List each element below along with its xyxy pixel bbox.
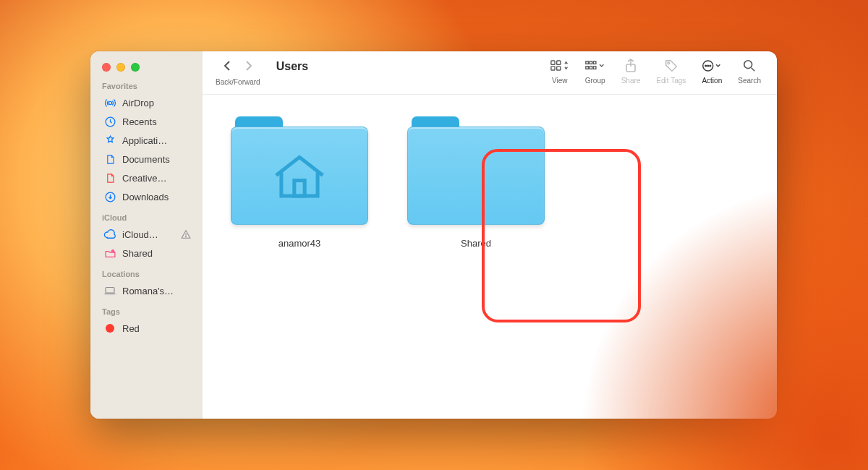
sidebar-section-tags: Tags [102,307,195,316]
svg-rect-14 [590,67,592,69]
toolbar: Back/Forward Users View Group Share Edit… [203,51,777,95]
document-icon [103,171,116,184]
sidebar-section-favorites: Favorites [102,82,195,90]
sidebar-item-documents[interactable]: Documents [101,150,195,168]
laptop-icon [103,284,116,297]
nav-group: Back/Forward [216,59,260,86]
folder-icon [231,116,368,225]
svg-rect-7 [556,61,560,64]
sidebar-item-airdrop[interactable]: AirDrop [101,93,195,112]
close-window-button[interactable] [102,63,111,72]
window-controls [101,63,195,72]
sidebar-item-label: Creative… [122,173,166,184]
svg-rect-5 [106,288,114,294]
group-button[interactable]: Group [585,59,605,85]
sidebar-item-label: Recents [122,116,157,127]
ellipsis-circle-icon [702,59,722,73]
clock-icon [103,115,116,128]
main-pane: Back/Forward Users View Group Share Edit… [203,51,777,419]
sidebar-item-computer[interactable]: Romana's… [101,281,195,300]
sidebar-item-applications[interactable]: Applicati… [101,131,195,150]
forward-button[interactable] [244,60,253,74]
svg-rect-13 [586,67,589,69]
nav-label: Back/Forward [216,78,260,86]
grid-icon [550,59,569,73]
sidebar-item-label: Red [122,323,140,334]
shared-folder-icon [103,247,116,260]
view-button[interactable]: View [550,59,569,85]
applications-icon [103,134,116,147]
sidebar-item-label: AirDrop [122,98,154,108]
svg-point-20 [707,65,709,67]
sidebar-item-label: iCloud… [122,229,158,240]
edit-tags-button[interactable]: Edit Tags [656,59,686,85]
share-button[interactable]: Share [621,59,641,85]
minimize-window-button[interactable] [116,63,125,72]
folder-icon [407,116,545,225]
folder-item-shared[interactable]: Shared [404,116,548,249]
airdrop-icon [103,96,116,109]
sidebar-item-label: Applicati… [122,135,167,146]
sidebar-item-label: Romana's… [122,286,174,296]
sidebar-item-label: Downloads [122,192,169,202]
action-button[interactable]: Action [702,59,722,85]
svg-rect-10 [586,61,589,64]
svg-rect-6 [551,61,555,64]
folder-name: Shared [461,238,491,249]
share-icon [625,59,637,73]
document-icon [103,153,116,166]
folder-name: anamor43 [278,238,321,249]
sidebar-item-icloud-drive[interactable]: iCloud… [101,225,195,244]
sidebar-item-downloads[interactable]: Downloads [101,187,195,206]
svg-point-17 [668,62,670,64]
svg-rect-8 [551,67,555,70]
svg-rect-23 [294,181,305,197]
sidebar-item-shared[interactable]: Shared [101,244,195,262]
zoom-window-button[interactable] [131,63,140,72]
sidebar-item-recents[interactable]: Recents [101,112,195,131]
warning-icon [179,228,192,241]
svg-point-0 [109,101,111,104]
svg-rect-11 [590,61,592,64]
svg-point-3 [186,236,187,237]
sidebar-section-icloud: iCloud [102,213,195,222]
window-title: Users [276,60,308,73]
svg-rect-15 [593,67,596,69]
sidebar-item-creative[interactable]: Creative… [101,168,195,187]
downloads-icon [103,190,116,203]
group-icon [585,59,605,73]
folder-item-home[interactable]: anamor43 [227,116,372,249]
tag-dot-icon [103,322,116,335]
cloud-icon [103,228,116,241]
svg-rect-12 [593,61,596,64]
back-button[interactable] [223,60,231,74]
sidebar-item-label: Documents [122,154,170,165]
search-icon [743,59,756,73]
tag-icon [664,59,678,73]
search-button[interactable]: Search [738,59,761,85]
svg-rect-9 [556,67,560,70]
svg-point-21 [710,65,711,67]
svg-point-22 [744,61,752,69]
sidebar-item-tag-red[interactable]: Red [101,319,195,338]
finder-window: Favorites AirDrop Recents Applicati… Doc… [90,51,777,419]
home-icon [268,147,331,212]
sidebar-item-label: Shared [122,248,153,259]
sidebar: Favorites AirDrop Recents Applicati… Doc… [90,51,203,419]
sidebar-section-locations: Locations [102,270,195,278]
svg-point-19 [705,65,707,67]
content-area[interactable]: anamor43 Shared [203,95,777,419]
